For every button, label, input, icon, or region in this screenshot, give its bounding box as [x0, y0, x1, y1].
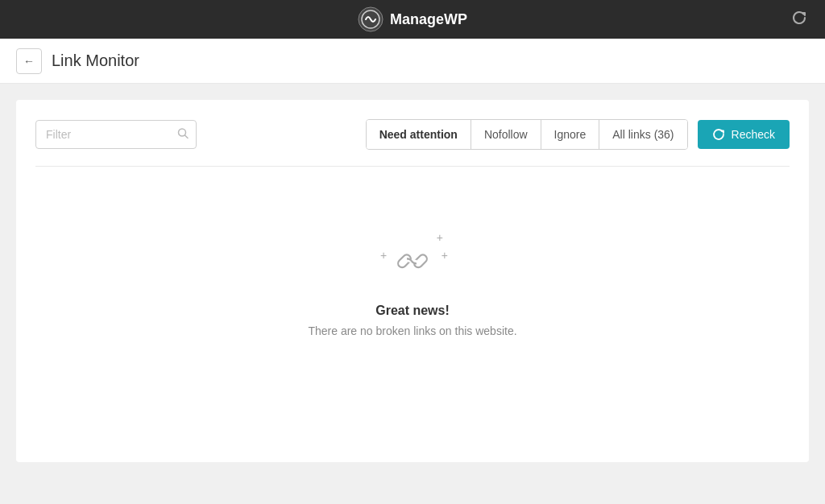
back-arrow-icon: ← [23, 55, 35, 68]
toolbar-right: Need attention Nofollow Ignore All links… [366, 119, 790, 150]
refresh-button[interactable] [786, 5, 812, 35]
tab-all-links[interactable]: All links (36) [599, 120, 686, 149]
logo-text: ManageWP [390, 11, 467, 28]
link-monitor-card: Need attention Nofollow Ignore All links… [16, 100, 809, 462]
header-bar: ← Link Monitor [0, 39, 825, 84]
recheck-button[interactable]: Recheck [698, 120, 790, 149]
toolbar: Need attention Nofollow Ignore All links… [35, 119, 790, 150]
filter-input-wrap [35, 120, 197, 149]
filter-input[interactable] [35, 120, 197, 149]
recheck-icon [712, 128, 725, 141]
page-title: Link Monitor [52, 52, 139, 70]
tab-need-attention[interactable]: Need attention [367, 120, 471, 149]
plus-decoration-3: + [380, 249, 387, 262]
back-button[interactable]: ← [16, 48, 42, 74]
empty-state: + + + Great news! There are no broken li… [35, 167, 790, 370]
logo: ManageWP [358, 6, 467, 32]
empty-state-title: Great news! [375, 304, 450, 318]
top-navigation: ManageWP [0, 0, 825, 39]
tab-nofollow[interactable]: Nofollow [471, 120, 541, 149]
tab-group: Need attention Nofollow Ignore All links… [366, 119, 688, 150]
plus-decoration-2: + [442, 249, 448, 262]
recheck-label: Recheck [732, 128, 775, 141]
tab-ignore[interactable]: Ignore [541, 120, 600, 149]
chain-icon-wrap: + + + [380, 231, 445, 287]
chain-icon [394, 242, 431, 279]
empty-state-subtitle: There are no broken links on this websit… [308, 324, 516, 337]
managewp-logo-icon [358, 6, 383, 32]
plus-decoration-1: + [437, 231, 443, 244]
main-content: Need attention Nofollow Ignore All links… [0, 84, 825, 504]
refresh-icon [791, 10, 807, 26]
